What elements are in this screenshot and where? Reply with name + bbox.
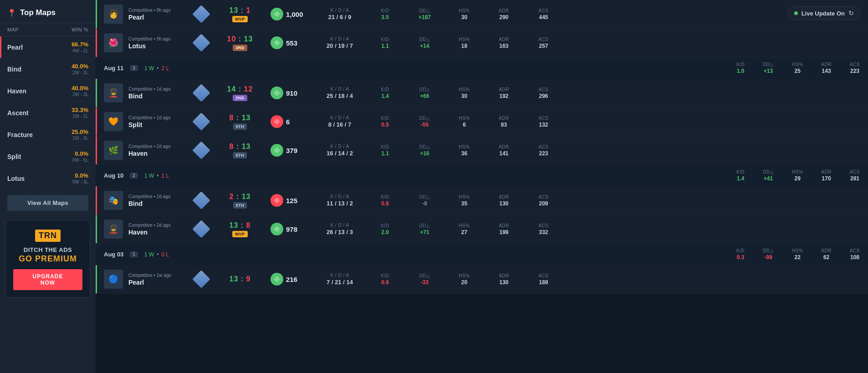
adr-val: 163 [487, 43, 521, 49]
rr-value: 910 [286, 89, 297, 97]
rr-value: 1,000 [286, 10, 303, 18]
kda-val: 11 / 13 / 2 [317, 200, 363, 207]
agent-avatar: 🔵 [104, 270, 123, 289]
svg-marker-1 [274, 40, 280, 46]
rr-value: 125 [286, 197, 297, 204]
score-block: 14 : 12 2nd [215, 85, 265, 101]
day-acs-col: ACS 281 [850, 169, 860, 182]
view-all-maps-button[interactable]: View All Maps [7, 195, 88, 211]
adr-val: 141 [487, 150, 521, 157]
hs-block: HS% 20 [447, 273, 481, 286]
day-record: 1 W • 1 L [144, 173, 169, 179]
score-left: 8 [230, 143, 234, 150]
day-stats: K/D 0.3 DD△ -99 HS% 22 ADR 62 ACS 108 [736, 248, 860, 261]
rr-block: 6 [271, 115, 311, 128]
kda-val: 21 / 6 / 9 [317, 14, 363, 20]
placement-badge: 3rd [233, 45, 247, 51]
upgrade-button[interactable]: Upgrade Now [13, 269, 82, 290]
acs-block: ACS 209 [526, 194, 561, 207]
map-row-split[interactable]: Split 0.0% 0W - 6L [0, 146, 96, 168]
hs-block: HS% 30 [447, 87, 481, 99]
match-mode: Competitive • 9h ago [128, 36, 188, 41]
acs-val: 445 [526, 14, 561, 20]
day-kd-col: K/D 1.4 [736, 169, 745, 182]
dda-block: DD△ +14 [408, 37, 442, 49]
match-row[interactable]: 🌺 Competitive • 9h ago Lotus 10 : 13 3rd [96, 29, 868, 57]
match-row[interactable]: 🧡 Competitive • 1d ago Split 8 : 13 9th [96, 107, 868, 136]
match-row[interactable]: 👩 Competitive • 9h ago Pearl 13 : 1 MVP [96, 0, 868, 29]
day-label: Aug 03 [104, 251, 123, 258]
dda-block: DD△ +66 [408, 87, 442, 99]
rr-block: 125 [271, 194, 311, 207]
agent-avatar: 🧡 [104, 112, 123, 131]
map-row-pearl[interactable]: Pearl 66.7% 4W - 2L [0, 36, 96, 58]
sidebar: 📍 Top Maps Map Win % Pearl 66.7% 4W - 2L… [0, 0, 96, 373]
match-map: Split [128, 121, 188, 128]
adr-block: ADR 290 [487, 8, 521, 20]
acs-block: ACS 296 [526, 87, 561, 99]
rank-diamond [192, 5, 210, 23]
promo-text2: Go Premium [13, 254, 82, 264]
match-map: Bind [128, 200, 188, 207]
kd-block: K/D 1.1 [368, 144, 402, 157]
rank-icon [193, 35, 209, 51]
acs-val: 332 [526, 229, 561, 235]
map-row-lotus[interactable]: Lotus 0.0% 0W - 3L [0, 168, 96, 189]
score-left: 2 [230, 193, 234, 200]
map-row-fracture[interactable]: Fracture 25.0% 1W - 3L [0, 124, 96, 146]
acs-val: 132 [526, 122, 561, 128]
hs-block: HS% 18 [447, 37, 481, 49]
match-map: Bind [128, 92, 188, 100]
map-name: Lotus [7, 175, 25, 182]
kda-val: 20 / 19 / 7 [317, 42, 363, 49]
agent-avatar: 🎭 [104, 191, 123, 210]
match-row[interactable]: 🔵 Competitive • 1w ago Pearl 13 : 9 [96, 265, 868, 294]
map-row-ascent[interactable]: Ascent 33.3% 1W - 2L [0, 102, 96, 124]
adr-block: ADR 192 [487, 87, 521, 99]
adr-val: 290 [487, 14, 521, 20]
match-row[interactable]: 🎭 Competitive • 2d ago Bind 2 : 13 5th [96, 186, 868, 215]
score-nums: 13 : 1 [230, 6, 251, 15]
score-nums: 8 : 13 [230, 114, 251, 122]
rank-diamond [192, 191, 210, 209]
score-left: 13 [230, 221, 239, 229]
match-row[interactable]: 🌿 Competitive • 2d ago Haven 8 : 13 6th [96, 136, 868, 165]
map-row-bind[interactable]: Bind 40.0% 2W - 3L [0, 58, 96, 80]
svg-marker-7 [274, 276, 280, 282]
adr-block: ADR 141 [487, 144, 521, 157]
match-mode: Competitive • 9h ago [128, 8, 188, 13]
kda-val: 16 / 14 / 2 [317, 150, 363, 157]
day-separator: Aug 10 2 1 W • 1 L K/D 1.4 DD△ +41 HS% 2… [96, 165, 868, 186]
map-row-haven[interactable]: Haven 40.0% 2W - 3L [0, 80, 96, 102]
rr-value: 553 [286, 39, 297, 47]
placement-badge: 2nd [233, 95, 247, 101]
refresh-icon[interactable]: ↻ [848, 10, 854, 17]
score-nums: 14 : 12 [227, 85, 253, 93]
svg-marker-5 [274, 197, 280, 204]
live-indicator: Live Update On ↻ [787, 6, 861, 20]
dda-block: DD△ +71 [408, 223, 442, 235]
map-col-label: Map [7, 27, 19, 32]
promo-box: TRN Ditch the Ads Go Premium Upgrade Now [5, 220, 90, 298]
match-row[interactable]: 💂 Competitive • 1d ago Bind 14 : 12 2nd [96, 79, 868, 107]
map-name: Fracture [7, 131, 33, 138]
day-separator: Aug 03 1 1 W • 0 L K/D 0.3 DD△ -99 HS% 2… [96, 244, 868, 265]
score-block: 8 : 13 6th [215, 143, 265, 158]
score-block: 13 : 8 MVP [215, 221, 265, 237]
day-losses: 0 L [161, 251, 169, 258]
kd-block: K/D 0.5 [368, 116, 402, 128]
dda-val: -55 [408, 122, 442, 128]
match-row[interactable]: 💂 Competitive • 2d ago Haven 13 : 8 MVP [96, 215, 868, 244]
hs-val: 36 [447, 150, 481, 157]
rank-icon [193, 142, 209, 158]
agent-avatar: 👩 [104, 5, 123, 24]
match-info: Competitive • 9h ago Lotus [128, 36, 188, 50]
match-info: Competitive • 2d ago Haven [128, 223, 188, 236]
hs-block: HS% 27 [447, 223, 481, 235]
adr-val: 199 [487, 229, 521, 235]
map-winpct: 33.3% [71, 107, 88, 113]
dda-block: DD△ -33 [408, 273, 442, 286]
rr-block: 379 [271, 144, 311, 157]
hs-val: 27 [447, 229, 481, 235]
map-winpct: 0.0% [72, 172, 88, 179]
